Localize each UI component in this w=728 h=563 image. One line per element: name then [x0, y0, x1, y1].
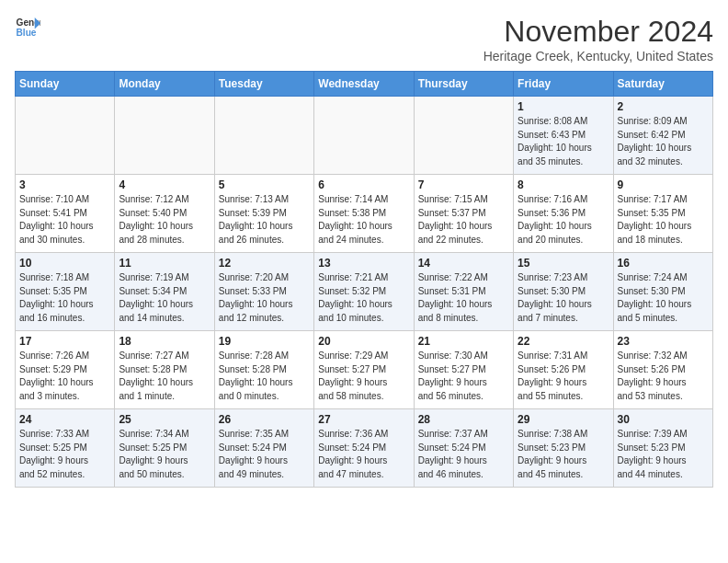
day-info: Sunrise: 7:18 AM Sunset: 5:35 PM Dayligh… [19, 271, 110, 325]
day-info: Sunrise: 7:31 AM Sunset: 5:26 PM Dayligh… [518, 350, 609, 403]
calendar-cell: 1Sunrise: 8:08 AM Sunset: 6:43 PM Daylig… [514, 97, 613, 175]
calendar-cell: 10Sunrise: 7:18 AM Sunset: 5:35 PM Dayli… [16, 253, 115, 331]
calendar-cell: 30Sunrise: 7:39 AM Sunset: 5:23 PM Dayli… [613, 409, 712, 488]
calendar-cell: 13Sunrise: 7:21 AM Sunset: 5:32 PM Dayli… [314, 253, 414, 331]
calendar-cell: 14Sunrise: 7:22 AM Sunset: 5:31 PM Dayli… [414, 253, 513, 331]
weekday-header-monday: Monday [115, 72, 214, 97]
day-number: 1 [518, 100, 609, 113]
weekday-header-saturday: Saturday [613, 72, 712, 97]
day-info: Sunrise: 7:35 AM Sunset: 5:24 PM Dayligh… [219, 428, 310, 481]
day-info: Sunrise: 7:10 AM Sunset: 5:41 PM Dayligh… [19, 193, 110, 247]
calendar-cell: 19Sunrise: 7:28 AM Sunset: 5:28 PM Dayli… [214, 331, 313, 409]
day-info: Sunrise: 7:29 AM Sunset: 5:27 PM Dayligh… [318, 350, 409, 403]
day-number: 10 [19, 257, 110, 270]
day-info: Sunrise: 7:36 AM Sunset: 5:24 PM Dayligh… [318, 428, 409, 481]
weekday-header-tuesday: Tuesday [214, 72, 313, 97]
day-info: Sunrise: 8:08 AM Sunset: 6:43 PM Dayligh… [518, 115, 609, 168]
day-number: 15 [518, 257, 609, 270]
calendar-cell: 27Sunrise: 7:36 AM Sunset: 5:24 PM Dayli… [314, 409, 414, 488]
day-number: 30 [618, 413, 709, 426]
day-number: 21 [418, 335, 509, 348]
calendar-cell [314, 97, 414, 175]
day-number: 18 [119, 335, 210, 348]
day-info: Sunrise: 7:14 AM Sunset: 5:38 PM Dayligh… [318, 193, 409, 247]
weekday-header-row: SundayMondayTuesdayWednesdayThursdayFrid… [16, 72, 713, 97]
logo-icon: General Blue [15, 15, 40, 40]
calendar-table: SundayMondayTuesdayWednesdayThursdayFrid… [15, 71, 713, 488]
calendar-cell: 28Sunrise: 7:37 AM Sunset: 5:24 PM Dayli… [414, 409, 513, 488]
day-number: 6 [318, 178, 409, 191]
day-info: Sunrise: 7:38 AM Sunset: 5:23 PM Dayligh… [518, 428, 609, 481]
calendar-cell: 17Sunrise: 7:26 AM Sunset: 5:29 PM Dayli… [16, 331, 115, 409]
week-row-4: 17Sunrise: 7:26 AM Sunset: 5:29 PM Dayli… [16, 331, 713, 409]
calendar-cell: 21Sunrise: 7:30 AM Sunset: 5:27 PM Dayli… [414, 331, 513, 409]
calendar-cell: 26Sunrise: 7:35 AM Sunset: 5:24 PM Dayli… [214, 409, 313, 488]
day-info: Sunrise: 7:27 AM Sunset: 5:28 PM Dayligh… [119, 350, 210, 403]
day-number: 2 [618, 100, 709, 113]
day-number: 11 [119, 257, 210, 270]
day-number: 23 [618, 335, 709, 348]
calendar-cell: 8Sunrise: 7:16 AM Sunset: 5:36 PM Daylig… [514, 175, 613, 253]
day-number: 12 [219, 257, 310, 270]
day-info: Sunrise: 7:28 AM Sunset: 5:28 PM Dayligh… [219, 350, 310, 403]
calendar-cell: 4Sunrise: 7:12 AM Sunset: 5:40 PM Daylig… [115, 175, 214, 253]
page-header: General Blue November 2024 Heritage Cree… [15, 15, 713, 63]
day-info: Sunrise: 7:17 AM Sunset: 5:35 PM Dayligh… [618, 193, 709, 247]
calendar-cell: 29Sunrise: 7:38 AM Sunset: 5:23 PM Dayli… [514, 409, 613, 488]
week-row-5: 24Sunrise: 7:33 AM Sunset: 5:25 PM Dayli… [16, 409, 713, 488]
day-number: 29 [518, 413, 609, 426]
calendar-cell: 11Sunrise: 7:19 AM Sunset: 5:34 PM Dayli… [115, 253, 214, 331]
day-number: 25 [119, 413, 210, 426]
day-number: 28 [418, 413, 509, 426]
day-number: 24 [19, 413, 110, 426]
calendar-cell: 7Sunrise: 7:15 AM Sunset: 5:37 PM Daylig… [414, 175, 513, 253]
day-info: Sunrise: 7:15 AM Sunset: 5:37 PM Dayligh… [418, 193, 509, 247]
day-number: 8 [518, 178, 609, 191]
calendar-cell: 25Sunrise: 7:34 AM Sunset: 5:25 PM Dayli… [115, 409, 214, 488]
logo: General Blue [15, 15, 40, 40]
calendar-cell [115, 97, 214, 175]
calendar-cell: 24Sunrise: 7:33 AM Sunset: 5:25 PM Dayli… [16, 409, 115, 488]
day-number: 20 [318, 335, 409, 348]
day-info: Sunrise: 7:39 AM Sunset: 5:23 PM Dayligh… [618, 428, 709, 481]
day-number: 7 [418, 178, 509, 191]
calendar-cell [16, 97, 115, 175]
weekday-header-wednesday: Wednesday [314, 72, 414, 97]
calendar-cell: 16Sunrise: 7:24 AM Sunset: 5:30 PM Dayli… [613, 253, 712, 331]
day-info: Sunrise: 7:19 AM Sunset: 5:34 PM Dayligh… [119, 271, 210, 325]
day-info: Sunrise: 7:33 AM Sunset: 5:25 PM Dayligh… [19, 428, 110, 481]
title-block: November 2024 Heritage Creek, Kentucky, … [483, 15, 713, 63]
week-row-2: 3Sunrise: 7:10 AM Sunset: 5:41 PM Daylig… [16, 175, 713, 253]
day-number: 4 [119, 178, 210, 191]
day-number: 17 [19, 335, 110, 348]
day-info: Sunrise: 7:26 AM Sunset: 5:29 PM Dayligh… [19, 350, 110, 403]
page-title: November 2024 [483, 15, 713, 49]
calendar-cell: 5Sunrise: 7:13 AM Sunset: 5:39 PM Daylig… [214, 175, 313, 253]
calendar-cell [414, 97, 513, 175]
calendar-cell: 23Sunrise: 7:32 AM Sunset: 5:26 PM Dayli… [613, 331, 712, 409]
day-number: 19 [219, 335, 310, 348]
weekday-header-thursday: Thursday [414, 72, 513, 97]
day-info: Sunrise: 7:30 AM Sunset: 5:27 PM Dayligh… [418, 350, 509, 403]
calendar-cell [214, 97, 313, 175]
day-number: 14 [418, 257, 509, 270]
day-info: Sunrise: 7:24 AM Sunset: 5:30 PM Dayligh… [618, 271, 709, 325]
day-number: 13 [318, 257, 409, 270]
day-info: Sunrise: 7:22 AM Sunset: 5:31 PM Dayligh… [418, 271, 509, 325]
day-number: 26 [219, 413, 310, 426]
calendar-cell: 3Sunrise: 7:10 AM Sunset: 5:41 PM Daylig… [16, 175, 115, 253]
calendar-cell: 15Sunrise: 7:23 AM Sunset: 5:30 PM Dayli… [514, 253, 613, 331]
week-row-3: 10Sunrise: 7:18 AM Sunset: 5:35 PM Dayli… [16, 253, 713, 331]
day-info: Sunrise: 7:12 AM Sunset: 5:40 PM Dayligh… [119, 193, 210, 247]
day-number: 22 [518, 335, 609, 348]
day-info: Sunrise: 7:37 AM Sunset: 5:24 PM Dayligh… [418, 428, 509, 481]
day-info: Sunrise: 7:23 AM Sunset: 5:30 PM Dayligh… [518, 271, 609, 325]
calendar-cell: 12Sunrise: 7:20 AM Sunset: 5:33 PM Dayli… [214, 253, 313, 331]
day-info: Sunrise: 8:09 AM Sunset: 6:42 PM Dayligh… [618, 115, 709, 168]
calendar-cell: 18Sunrise: 7:27 AM Sunset: 5:28 PM Dayli… [115, 331, 214, 409]
day-info: Sunrise: 7:20 AM Sunset: 5:33 PM Dayligh… [219, 271, 310, 325]
day-info: Sunrise: 7:32 AM Sunset: 5:26 PM Dayligh… [618, 350, 709, 403]
day-info: Sunrise: 7:16 AM Sunset: 5:36 PM Dayligh… [518, 193, 609, 247]
calendar-cell: 22Sunrise: 7:31 AM Sunset: 5:26 PM Dayli… [514, 331, 613, 409]
calendar-cell: 2Sunrise: 8:09 AM Sunset: 6:42 PM Daylig… [613, 97, 712, 175]
